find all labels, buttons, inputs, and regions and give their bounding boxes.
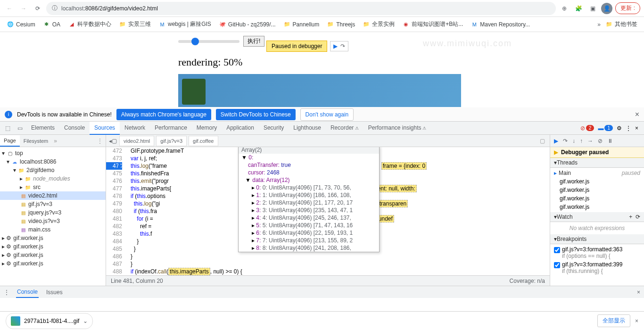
site-info-icon[interactable]: ⓘ (52, 4, 58, 12)
extensions-icon[interactable]: 🧩 (573, 3, 584, 14)
bookmark-item[interactable]: ◉前端知识图谱+B站... (399, 18, 466, 30)
devtools-tab-performance[interactable]: Performance (150, 122, 192, 135)
bp-checkbox[interactable] (554, 262, 560, 268)
devtools-close-icon[interactable]: × (635, 125, 638, 132)
console-close-icon[interactable]: × (637, 289, 640, 296)
step-over-button[interactable]: ↷ (563, 138, 568, 144)
tree-folder[interactable]: ▾ 📁2d/gifdemo (0, 166, 106, 174)
slider-thumb[interactable] (191, 38, 199, 45)
filesystem-tab[interactable]: Filesystem (20, 136, 52, 146)
devtools-tab-sources[interactable]: Sources (90, 122, 120, 135)
devtools-tab-elements[interactable]: Elements (26, 122, 59, 135)
devtools-tab-performance-insights[interactable]: Performance insights ⚠ (363, 122, 431, 135)
deactivate-bp-button[interactable]: ⊘ (598, 138, 603, 144)
reload-button[interactable]: ⟳ (32, 3, 43, 14)
bookmark-item[interactable]: 🐙GitHub - zq2599/... (216, 18, 279, 30)
devtools-tab-recorder[interactable]: Recorder ⚠ (326, 122, 363, 135)
thread-worker[interactable]: gif.worker.js (550, 177, 644, 186)
tree-video2[interactable]: ▤video2.html (0, 191, 106, 200)
downloads-close-icon[interactable]: × (635, 318, 638, 324)
forward-button[interactable]: → (18, 3, 29, 14)
code-editor[interactable]: 4724734744754764774784794804814824834844… (106, 147, 550, 275)
devtools-tab-security[interactable]: Security (259, 122, 289, 135)
bookmark-item[interactable]: 📁Pannellum (281, 18, 322, 30)
settings-icon[interactable]: ⚙ (617, 125, 622, 132)
download-chevron-icon[interactable]: ⌄ (83, 318, 88, 324)
page-tab[interactable]: Page (0, 135, 20, 147)
add-watch-icon[interactable]: + (629, 214, 632, 220)
devtools-tab-console[interactable]: Console (59, 122, 90, 135)
inspect-icon[interactable]: ⬚ (2, 125, 13, 132)
profile-icon[interactable]: 👤 (601, 3, 612, 14)
bookmark-item[interactable]: 🌐Cesium (4, 18, 38, 30)
filetab-gifcoffee[interactable]: gif.coffee (189, 136, 218, 146)
tree-top[interactable]: ▾ ▢top (0, 149, 106, 157)
threads-header[interactable]: ▾ Threads (550, 158, 644, 168)
download-item[interactable]: 2977a1b1-f081-4....gif ⌄ (6, 313, 93, 329)
bookmark-item[interactable]: MMaven Repository... (468, 18, 533, 30)
console-menu-icon[interactable]: ⋮ (4, 289, 9, 296)
bookmark-item[interactable]: 📁Threejs (324, 18, 358, 30)
thread-worker[interactable]: gif.worker.js (550, 203, 644, 211)
step-button[interactable]: → (587, 138, 593, 144)
devtools-tab-memory[interactable]: Memory (192, 122, 222, 135)
nav-back-icon[interactable]: ◂▢ (108, 138, 117, 144)
switch-chinese-button[interactable]: Switch DevTools to Chinese (216, 109, 296, 120)
thread-main[interactable]: ▸Mainpaused (550, 169, 644, 177)
tree-videojs[interactable]: ▤video.js?v=3 (0, 217, 106, 225)
devtools-tab-lighthouse[interactable]: Lighthouse (289, 122, 326, 135)
show-all-button[interactable]: 全部显示 (597, 314, 630, 327)
url-bar[interactable]: ⓘ localhost:8086/2d/gifdemo/video2.html (46, 2, 556, 15)
tree-worker3[interactable]: ▸ ⚙ gif.worker.js (0, 251, 106, 259)
dont-show-button[interactable]: Don't show again (300, 108, 354, 121)
step-over-icon[interactable]: ↷ (340, 43, 345, 50)
resume-icon[interactable]: ▶ (333, 43, 338, 50)
console-tab[interactable]: Console (16, 287, 39, 298)
tree-worker2[interactable]: ▸ ⚙ gif.worker.js (0, 242, 106, 251)
refresh-watch-icon[interactable]: ⟳ (636, 214, 640, 220)
devtools-tab-application[interactable]: Application (222, 122, 259, 135)
tree-node-modules[interactable]: ▸ 📁node_modules (0, 174, 106, 183)
bookmark-item[interactable]: ◢科学数据中心 (65, 18, 114, 30)
breakpoint-item[interactable]: gif.js?v=3:formatted:363if (options == n… (550, 245, 644, 260)
match-language-button[interactable]: Always match Chrome's language (116, 109, 211, 120)
issues-tab[interactable]: Issues (45, 287, 64, 297)
translate-icon[interactable]: ⊕ (559, 3, 570, 14)
thread-worker[interactable]: gif.worker.js (550, 194, 644, 203)
resume-button[interactable]: ▶ (554, 138, 558, 144)
bookmark-item[interactable]: 📁实景三维 (116, 18, 154, 30)
back-button[interactable]: ← (4, 3, 15, 14)
left-overflow-icon[interactable]: » (54, 138, 57, 144)
tree-gifjs[interactable]: ▤gif.js?v=3 (0, 200, 106, 208)
execute-button[interactable]: 执行! (243, 36, 264, 47)
tree-host[interactable]: ▾ ☁localhost:8086 (0, 157, 106, 166)
bookmark-item[interactable]: ✱OA (40, 18, 63, 30)
errors-badge[interactable]: ⊘2 (580, 125, 594, 132)
slider[interactable] (178, 40, 239, 43)
tree-src[interactable]: ▸ 📁src (0, 183, 106, 191)
thread-worker[interactable]: gif.worker.js (550, 186, 644, 194)
filetab-gifjs[interactable]: gif.js?v=3 (156, 136, 187, 146)
tree-maincss[interactable]: ▤main.css (0, 225, 106, 234)
filetab-video2[interactable]: video2.html (119, 136, 154, 146)
bookmark-icon[interactable]: ▣ (587, 3, 598, 14)
other-bookmarks[interactable]: 📁其他书签 (603, 18, 640, 30)
bookmark-item[interactable]: Mwebgis | 麻辣GIS (156, 18, 214, 30)
breakpoints-header[interactable]: ▾ Breakpoints (550, 234, 644, 244)
step-into-button[interactable]: ↓ (572, 138, 575, 144)
devtools-tab-network[interactable]: Network (120, 122, 150, 135)
bookmarks-overflow[interactable]: » (597, 21, 601, 28)
bookmark-item[interactable]: 📁全景实例 (360, 18, 397, 30)
left-more-icon[interactable]: ⋮ (97, 138, 103, 144)
info-badge[interactable]: ▬1 (598, 125, 613, 132)
update-button[interactable]: 更新 : (615, 2, 640, 14)
tree-jquery[interactable]: ▤jquery.js?v=3 (0, 208, 106, 217)
tree-worker4[interactable]: ▸ ⚙ gif.worker.js (0, 259, 106, 268)
bp-checkbox[interactable] (554, 247, 560, 253)
breakpoint-item[interactable]: gif.js?v=3:formatted:399if (this.running… (550, 260, 644, 275)
step-out-button[interactable]: ↑ (580, 138, 583, 144)
pause-exceptions-button[interactable]: ⏸ (607, 138, 613, 144)
notice-close-icon[interactable]: × (635, 110, 639, 119)
value-tooltip[interactable]: Array(2) ▼ 0: canTransfer: true cursor: … (238, 147, 380, 252)
filetab-more-icon[interactable]: ▢ (540, 138, 548, 144)
